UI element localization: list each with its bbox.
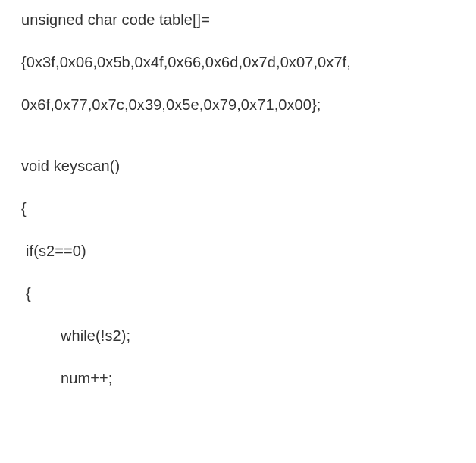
code-block: unsigned char code table[]= {0x3f,0x06,0… — [0, 0, 476, 388]
code-line: {0x3f,0x06,0x5b,0x4f,0x66,0x6d,0x7d,0x07… — [21, 53, 476, 72]
code-line: num++; — [21, 369, 476, 388]
code-line: unsigned char code table[]= — [21, 11, 476, 30]
code-line: while(!s2); — [21, 327, 476, 346]
code-line: void keyscan() — [21, 157, 476, 176]
code-line: { — [21, 284, 476, 303]
code-line: { — [21, 199, 476, 218]
blank-line — [21, 138, 476, 157]
code-line: if(s2==0) — [21, 242, 476, 261]
code-line: 0x6f,0x77,0x7c,0x39,0x5e,0x79,0x71,0x00}… — [21, 95, 476, 114]
